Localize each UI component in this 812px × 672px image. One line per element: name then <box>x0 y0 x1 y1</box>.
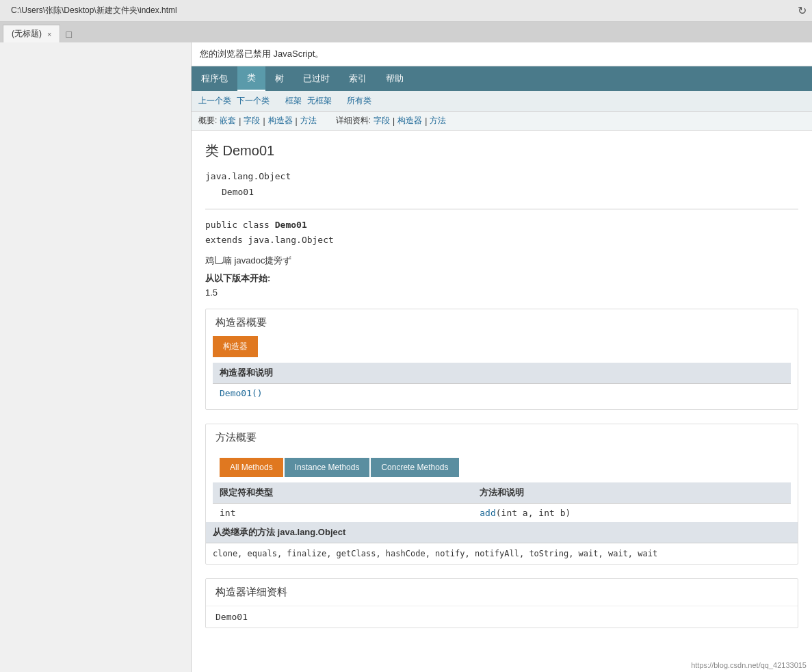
hierarchy-root: java.lang.Object <box>205 168 798 184</box>
constructor-summary-table: 构造器和说明 Demo01() <box>213 363 791 402</box>
noframe-link[interactable]: 无框架 <box>307 95 332 107</box>
all-classes-link[interactable]: 所有类 <box>347 95 371 107</box>
breadcrumb-detail-method-link[interactable]: 方法 <box>430 115 446 127</box>
constructor-name: Demo01() <box>213 383 791 402</box>
inherited-section-header: 从类继承的方法 java.lang.Object <box>206 522 798 543</box>
tab-label: (无标题) <box>12 28 42 40</box>
new-tab-button[interactable]: □ <box>60 26 77 42</box>
browser-tabs: (无标题) × □ <box>0 22 812 42</box>
class-signature: public class Demo01 extends java.lang.Ob… <box>205 218 798 248</box>
inherited-methods-list: clone, equals, finalize, getClass, hashC… <box>206 543 798 564</box>
nav-item-index[interactable]: 索引 <box>339 67 376 90</box>
nav-item-packages[interactable]: 程序包 <box>192 67 237 90</box>
since-label: 从以下版本开始: <box>205 272 798 285</box>
breadcrumb-nested-link[interactable]: 嵌套 <box>220 115 236 127</box>
breadcrumb-constructor-link[interactable]: 构造器 <box>268 115 293 127</box>
hierarchy-child: Demo01 <box>222 184 798 200</box>
nav-item-tree[interactable]: 树 <box>265 67 293 90</box>
js-warning-banner: 您的浏览器已禁用 JavaScript。 <box>192 42 812 66</box>
sub-nav: 上一个类 下一个类 框架 无框架 所有类 <box>192 91 812 112</box>
sidebar <box>0 42 192 672</box>
breadcrumb-method-link[interactable]: 方法 <box>300 115 317 127</box>
class-name-bold: Demo01 <box>275 220 307 230</box>
section-divider <box>205 209 798 209</box>
constructor-detail-section: 构造器详细资料 Demo01 <box>205 578 798 628</box>
constructor-header: 构造器和说明 <box>213 363 791 384</box>
signature-extends: extends java.lang.Object <box>205 233 798 248</box>
nav-item-deprecated[interactable]: 已过时 <box>293 67 339 90</box>
prev-class-link[interactable]: 上一个类 <box>198 95 231 107</box>
main-content: 您的浏览器已禁用 JavaScript。 程序包 类 树 已过时 索引 帮助 上… <box>192 42 812 672</box>
browser-titlebar: C:\Users\张陈\Desktop\新建文件夹\index.html ↻ <box>0 0 812 22</box>
table-row: Demo01() <box>213 383 791 402</box>
modifier-type-header: 限定符和类型 <box>213 482 473 504</box>
since-value: 1.5 <box>205 287 798 298</box>
method-summary-title: 方法概要 <box>206 424 798 451</box>
breadcrumb-field-link[interactable]: 字段 <box>244 115 260 127</box>
nav-bar: 程序包 类 树 已过时 索引 帮助 <box>192 66 812 91</box>
breadcrumb: 概要: 嵌套 | 字段 | 构造器 | 方法 详细资料: 字段 | 构造器 | … <box>192 112 812 131</box>
address-bar[interactable]: C:\Users\张陈\Desktop\新建文件夹\index.html <box>5 5 798 16</box>
method-description-header: 方法和说明 <box>473 482 791 504</box>
refresh-button[interactable]: ↻ <box>798 4 807 17</box>
constructor-tab-container: 构造器 <box>213 336 791 357</box>
browser-tab-active[interactable]: (无标题) × <box>3 25 60 42</box>
instance-methods-tab[interactable]: Instance Methods <box>285 458 370 477</box>
nav-item-class[interactable]: 类 <box>237 66 265 91</box>
all-methods-tab[interactable]: All Methods <box>220 458 283 477</box>
constructor-detail-title: 构造器详细资料 <box>206 579 798 606</box>
constructor-detail-name: Demo01 <box>206 606 798 628</box>
framed-link[interactable]: 框架 <box>285 95 302 107</box>
method-params: (int a, int b) <box>496 508 571 518</box>
breadcrumb-detail-label: 详细资料: <box>336 115 371 127</box>
tab-close-button[interactable]: × <box>47 30 51 38</box>
constructor-summary-title: 构造器概要 <box>206 309 798 336</box>
page-title: 类 Demo01 <box>205 142 798 160</box>
constructor-summary-section: 构造器概要 构造器 构造器和说明 <box>205 309 798 410</box>
breadcrumb-detail-field-link[interactable]: 字段 <box>374 115 390 127</box>
method-summary-section: 方法概要 All Methods Instance Methods Concre… <box>205 424 798 565</box>
footer-watermark: https://blog.csdn.net/qq_42133015 <box>691 661 807 669</box>
constructor-link[interactable]: Demo01() <box>220 388 263 398</box>
nav-item-help[interactable]: 帮助 <box>376 67 413 90</box>
concrete-methods-tab[interactable]: Concrete Methods <box>371 458 458 477</box>
table-row: int add(int a, int b) <box>213 503 791 522</box>
method-tab-container: All Methods Instance Methods Concrete Me… <box>213 451 791 477</box>
method-link[interactable]: add <box>480 508 495 518</box>
js-warning-text: 您的浏览器已禁用 JavaScript。 <box>200 49 324 59</box>
signature-prefix: public class <box>205 220 275 230</box>
method-name: add(int a, int b) <box>473 503 791 522</box>
method-type: int <box>213 503 473 522</box>
breadcrumb-detail-constructor-link[interactable]: 构造器 <box>397 115 422 127</box>
next-class-link[interactable]: 下一个类 <box>237 95 270 107</box>
class-description: 鸡乚喃 javadoc捷旁ず <box>205 255 798 267</box>
content-area: 您的浏览器已禁用 JavaScript。 程序包 类 树 已过时 索引 帮助 上… <box>0 42 812 672</box>
method-summary-table: 限定符和类型 方法和说明 int add(int a, int b) <box>213 482 791 522</box>
constructor-tab[interactable]: 构造器 <box>213 336 258 357</box>
page-body: 类 Demo01 java.lang.Object Demo01 public … <box>192 131 812 653</box>
class-hierarchy: java.lang.Object Demo01 <box>205 168 798 201</box>
breadcrumb-summary-label: 概要: <box>198 115 217 127</box>
